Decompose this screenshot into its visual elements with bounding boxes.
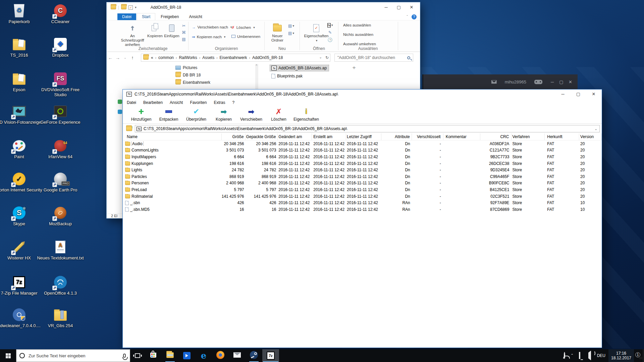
- breadcrumb-item[interactable]: common: [158, 55, 174, 60]
- qat-customize-icon[interactable]: ▾: [135, 6, 137, 9]
- tab-datei[interactable]: Datei: [117, 13, 136, 20]
- ribbon-collapse-icon[interactable]: ˆ: [407, 15, 408, 19]
- menu-bearbeiten[interactable]: Bearbeiten: [143, 100, 163, 105]
- desktop-icon-irfanview-64[interactable]: ↗64IrfanView 64: [35, 138, 86, 159]
- desktop-icon-neues-textdokument-txt[interactable]: ANeues Textdokument.txt: [35, 240, 86, 260]
- steam-close-button[interactable]: ✕: [566, 79, 575, 84]
- table-row[interactable]: PreLoad5 7975 7972016-11-11 12:422016-11…: [123, 186, 602, 193]
- recent-locations-icon[interactable]: ⌄: [121, 56, 129, 59]
- microphone-icon[interactable]: [123, 354, 126, 358]
- sevenzip-titlebar[interactable]: 7z C:\TS_2016\SteamApps\common\RailWorks…: [123, 89, 602, 99]
- hidden-icons-chevron[interactable]: ˆ: [571, 353, 573, 358]
- taskbar-app-mail[interactable]: [229, 349, 246, 362]
- navpane-cropped-icon[interactable]: [118, 110, 122, 114]
- parent-folder-button[interactable]: ↑: [125, 125, 133, 132]
- column-header-name[interactable]: Name: [123, 133, 222, 140]
- easy-access-icon[interactable]: ▤▾: [288, 31, 294, 36]
- copy-path-icon[interactable]: ⌘: [181, 30, 186, 35]
- table-row[interactable]: _.sbn.MD516162016-11-11 12:422016-11-11 …: [123, 206, 602, 213]
- taskbar-clock[interactable]: 17:16 18.12.2017: [608, 349, 634, 362]
- table-row[interactable]: Personen2 400 9682 400 9682016-11-11 12:…: [123, 180, 602, 187]
- ribbon-button-kopieren[interactable]: Kopieren: [146, 22, 164, 38]
- column-header-verfahren[interactable]: Verfahren: [512, 133, 545, 140]
- breadcrumb-item[interactable]: Eisenbahnwerk: [220, 55, 247, 60]
- menu-datei[interactable]: Datei: [127, 100, 136, 105]
- sidebar-item-db-br-18[interactable]: DB BR 18: [175, 73, 201, 77]
- taskbar-search-box[interactable]: Zur Suche Text hier eingeben: [16, 349, 130, 362]
- qat-properties-icon[interactable]: ✓: [128, 5, 133, 10]
- menu-extras[interactable]: Extras: [214, 100, 225, 105]
- steam-minimize-button[interactable]: ─: [548, 79, 557, 84]
- table-row[interactable]: InputMappers6 6646 6642016-11-11 12:4220…: [123, 154, 602, 160]
- breadcrumb-prefix[interactable]: «: [151, 55, 153, 60]
- ribbon-button-umbenennen[interactable]: Umbenennen: [231, 35, 260, 39]
- sevenzip-minimize-button[interactable]: ─: [555, 90, 571, 98]
- menu-favoriten[interactable]: Favoriten: [190, 100, 207, 105]
- desktop-icon-openoffice-4-1-3[interactable]: ↗OpenOffice 4.1.3: [35, 275, 86, 296]
- table-row[interactable]: _.sbn4264262016-11-11 12:422016-11-11 12…: [123, 199, 602, 206]
- desktop-icon-google-earth-pro[interactable]: ↗PROGoogle Earth Pro: [35, 172, 86, 192]
- steam-maximize-button[interactable]: ▢: [557, 79, 566, 84]
- up-icon[interactable]: ↑: [129, 55, 136, 60]
- edit-icon[interactable]: ✎: [327, 30, 333, 35]
- menu-ansicht[interactable]: Ansicht: [170, 100, 183, 105]
- tab-ansicht[interactable]: Ansicht: [184, 13, 207, 20]
- cut-icon[interactable]: ✂: [181, 23, 186, 28]
- steam-window-titlebar[interactable]: mihu28965 ─ ▢ ✕: [422, 74, 578, 89]
- ribbon-button-l-schen[interactable]: ✗Löschen▾: [231, 25, 255, 30]
- desktop-icon-ccleaner[interactable]: C↗CCleaner: [35, 3, 86, 24]
- column-header-herkunft[interactable]: Herkunft: [545, 133, 579, 140]
- new-item-icon[interactable]: ▤▾: [288, 23, 294, 28]
- ribbon-button-nichts-ausw-hlen[interactable]: Nichts auswählen: [341, 33, 373, 37]
- sevenzip-maximize-button[interactable]: ▢: [571, 90, 586, 98]
- column-header-version[interactable]: Version: [579, 133, 602, 140]
- ribbon-button-verschieben-nach[interactable]: →Verschieben nach▾: [192, 25, 232, 29]
- table-row[interactable]: CommonLights3 501 0733 501 0732016-11-11…: [123, 147, 602, 154]
- column-header-crc[interactable]: CRC: [480, 133, 512, 140]
- paste-shortcut-icon[interactable]: ▤: [181, 37, 186, 42]
- desktop-icon-dropbox[interactable]: ❖↗Dropbox: [35, 37, 86, 58]
- volume-icon[interactable]: [586, 353, 591, 359]
- task-view-button[interactable]: [130, 349, 145, 362]
- tab-start[interactable]: Start: [137, 13, 155, 20]
- breadcrumb-item[interactable]: AddOn05_BR-18: [252, 55, 283, 60]
- desktop-icon-dvdvideosoft-free-studio[interactable]: FS↗DVDVideoSoft Free Studio: [35, 71, 86, 98]
- desktop-icon-vr-gbs-254[interactable]: VR_Gbs 254: [35, 307, 86, 328]
- address-bar[interactable]: «›common›RailWorks›Assets›Eisenbahnwerk›…: [141, 54, 330, 62]
- qat-folder-icon[interactable]: [121, 5, 126, 9]
- toolbar-verschieben[interactable]: ➡Verschieben: [237, 107, 265, 122]
- history-icon[interactable]: 🕒: [327, 37, 333, 43]
- sevenzip-address-bar[interactable]: 7z C:\TS_2016\SteamApps\common\RailWorks…: [135, 125, 600, 132]
- column-header-attribute[interactable]: Attribute: [381, 133, 412, 140]
- ribbon-button-auswahl-umkehren[interactable]: Auswahl umkehren: [341, 42, 376, 46]
- column-header-verschl-sselt[interactable]: Verschlüsselt: [412, 133, 443, 140]
- explorer-close-button[interactable]: ✕: [405, 2, 418, 12]
- taskbar-app-file-explorer[interactable]: [162, 349, 178, 362]
- back-icon[interactable]: ←: [107, 55, 114, 60]
- toolbar-entpacken[interactable]: Entpacken: [155, 107, 182, 122]
- address-dropdown-icon[interactable]: ⌄: [319, 55, 322, 60]
- ribbon-button-kopieren-nach[interactable]: ⇒Kopieren nach▾: [192, 35, 225, 39]
- toolbar-l-schen[interactable]: ✗Löschen: [265, 107, 292, 122]
- explorer-search-box[interactable]: "AddOn05_BR-18" durchsuchen: [334, 54, 413, 62]
- ribbon-button-an-schnellzugriff-anheften[interactable]: An Schnellzugriff anheften: [119, 22, 146, 47]
- refresh-icon[interactable]: ↻: [325, 55, 329, 60]
- sevenzip-dropdown-icon[interactable]: 7z▾: [327, 22, 333, 28]
- table-row[interactable]: Audio20 346 25620 346 2562016-11-11 12:4…: [123, 140, 602, 147]
- taskbar-app-seven-zip[interactable]: 7z: [262, 349, 279, 362]
- toolbar-eigenschaften[interactable]: iEigenschaften: [292, 107, 320, 122]
- menu-help[interactable]: ?: [232, 100, 234, 105]
- file-item-2[interactable]: Blueprints.pak: [270, 73, 305, 79]
- desktop-icon-geforce-experience[interactable]: ↗GeForce Experience: [35, 104, 86, 125]
- sidebar-item-pictures[interactable]: Pictures✛: [175, 65, 197, 70]
- steam-notifications-icon[interactable]: [491, 80, 497, 84]
- taskbar-app-store[interactable]: [145, 349, 162, 362]
- network-icon[interactable]: [579, 353, 580, 359]
- navpane-cropped-icon[interactable]: [118, 100, 122, 104]
- explorer-maximize-button[interactable]: ▢: [392, 2, 405, 12]
- help-icon[interactable]: ?: [412, 14, 417, 19]
- column-header-letzter-zugriff[interactable]: Letzter Zugriff: [346, 133, 381, 140]
- taskbar-app-steam[interactable]: [246, 349, 262, 362]
- sevenzip-close-button[interactable]: ✕: [586, 90, 601, 98]
- start-button[interactable]: [0, 349, 16, 362]
